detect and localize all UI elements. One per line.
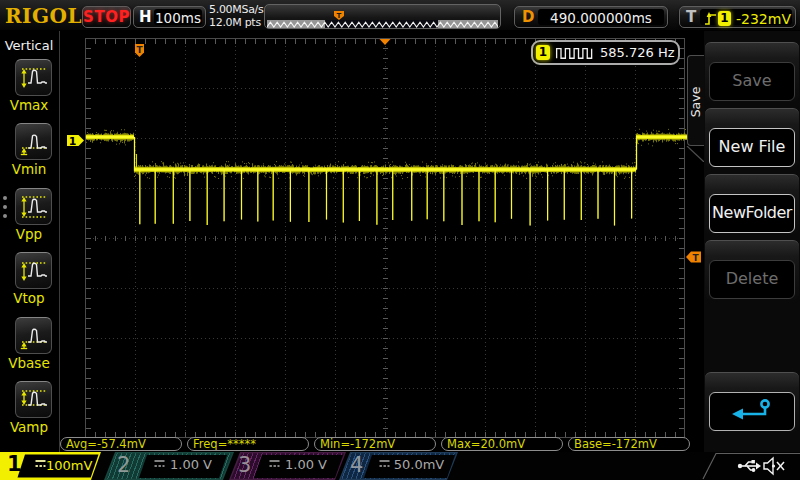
softkey-save[interactable]: Save — [705, 42, 799, 102]
usb-icon — [737, 457, 762, 475]
memory-depth: 12.0M pts — [209, 16, 261, 29]
trigger-badge[interactable]: T 1 -232mV — [679, 6, 796, 29]
frequency-counter-badge: 1 585.726 Hz — [531, 40, 680, 65]
trigger-position-flag[interactable]: T — [135, 44, 144, 57]
sample-rate: 5.00MSa/s — [209, 3, 263, 16]
square-wave-icon — [554, 46, 596, 60]
waveform-display: 1TT 1 585.726 Hz — [61, 31, 704, 452]
timebase-value: 100ms — [154, 9, 202, 26]
sidebar-button-vbase[interactable] — [15, 317, 52, 354]
measure-sidebar: Vertical Vmax Vmin Vpp Vtop Vbase Vamp — [0, 31, 60, 452]
sidebar-title: Vertical — [0, 38, 58, 53]
sidebar-button-vtop[interactable] — [15, 252, 52, 289]
sidebar-button-vmax[interactable] — [15, 59, 52, 96]
delay-label: D — [522, 8, 534, 26]
menu-tab-connector — [686, 146, 706, 162]
sidebar-button-vmin[interactable] — [15, 123, 52, 160]
counter-source-chip: 1 — [536, 45, 550, 60]
trigger-source-chip: 1 — [718, 11, 731, 26]
measurement-avg: Avg=-57.4mV — [60, 437, 182, 451]
delay-badge[interactable]: D 490.000000ms — [514, 6, 668, 29]
return-arrow-icon — [721, 398, 781, 424]
back-button[interactable] — [709, 392, 795, 431]
memory-waveform-band — [267, 20, 498, 29]
softkey-new-file[interactable]: New File — [705, 108, 799, 168]
svg-text:1: 1 — [69, 135, 77, 148]
channel-status-bar: 1 100mV 2 1.00 V 3 1.00 V 4 50.0mV — [0, 452, 800, 480]
new-folder-button[interactable]: NewFolder — [709, 194, 795, 233]
status-corner-divider — [0, 452, 800, 480]
trigger-position-icon: T — [334, 11, 344, 20]
trigger-level-marker[interactable]: T — [686, 252, 701, 263]
sidebar-label-vbase: Vbase — [0, 355, 58, 371]
vbase-icon — [18, 321, 51, 351]
sidebar-label-vamp: Vamp — [0, 419, 58, 435]
top-status-bar: RIGOL STOP H 100ms 5.00MSa/s 12.0M pts T… — [0, 0, 800, 31]
measurement-max: Max=20.0mV — [441, 437, 563, 451]
measurement-min: Min=-172mV — [314, 437, 436, 451]
oscilloscope-screen: RIGOL STOP H 100ms 5.00MSa/s 12.0M pts T… — [0, 0, 800, 480]
timebase-badge[interactable]: H 100ms — [133, 6, 206, 29]
softkey-new-folder[interactable]: NewFolder — [705, 174, 799, 234]
trigger-level-value: -232mV — [736, 10, 788, 29]
graticule-and-trace: 1TT — [61, 31, 704, 452]
vamp-icon — [18, 385, 51, 415]
screen-center-marker — [380, 39, 391, 45]
save-button[interactable]: Save — [709, 62, 795, 101]
measurement-freq: Freq=***** — [187, 437, 309, 451]
page-indicator-dots — [3, 196, 9, 223]
counter-value: 585.726 Hz — [600, 45, 678, 61]
memory-waveform-icon — [267, 20, 498, 29]
sidebar-label-vmax: Vmax — [0, 97, 58, 113]
vmin-icon — [18, 127, 51, 157]
softkey-delete[interactable]: Delete — [705, 240, 799, 300]
delay-value: 490.000000ms — [538, 9, 664, 26]
run-state-badge[interactable]: STOP — [82, 6, 131, 29]
timebase-label: H — [139, 8, 152, 26]
brand-logo: RIGOL — [5, 4, 82, 28]
softkey-menu: Save New File NewFolder Delete — [704, 31, 800, 452]
sound-muted-icon — [762, 456, 786, 476]
measurement-base: Base=-172mV — [568, 437, 690, 451]
sidebar-label-vmin: Vmin — [0, 161, 58, 177]
rising-edge-icon — [704, 11, 717, 26]
vtop-icon — [18, 256, 51, 286]
menu-title: Save — [688, 72, 702, 132]
vmax-icon — [18, 63, 51, 93]
trigger-readout: 1 -232mV — [700, 9, 792, 26]
channel-1-level-marker[interactable]: 1 — [67, 135, 84, 148]
trigger-label: T — [686, 8, 696, 26]
sidebar-button-vpp[interactable] — [15, 188, 52, 225]
svg-text:T: T — [692, 253, 699, 263]
new-file-button[interactable]: New File — [709, 128, 795, 167]
menu-title-tab: Save — [687, 55, 704, 146]
measurement-results-bar: Avg=-57.4mV Freq=***** Min=-172mV Max=20… — [0, 437, 800, 452]
delete-button[interactable]: Delete — [709, 260, 795, 299]
samplerate-readout: 5.00MSa/s 12.0M pts — [209, 3, 263, 29]
vpp-icon — [18, 192, 51, 222]
horizontal-position-bar[interactable]: T — [264, 4, 501, 29]
softkey-back[interactable] — [705, 372, 799, 432]
svg-text:T: T — [136, 45, 143, 55]
svg-text:T: T — [336, 12, 341, 20]
sidebar-label-vtop: Vtop — [0, 290, 58, 306]
sidebar-button-vamp[interactable] — [15, 381, 52, 418]
sidebar-label-vpp: Vpp — [0, 226, 58, 242]
